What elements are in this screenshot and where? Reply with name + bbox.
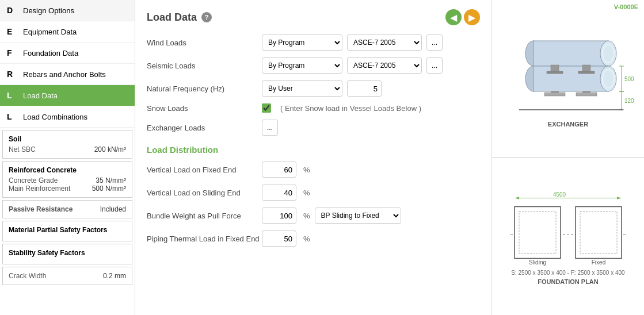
sidebar-letter-D: D bbox=[7, 6, 16, 15]
passive-section: Passive Resistance Included bbox=[2, 200, 132, 218]
foundation-label: FOUNDATION PLAN bbox=[538, 278, 599, 285]
piping-thermal-controls: % bbox=[262, 231, 310, 247]
soil-label: Net SBC bbox=[9, 145, 36, 153]
sidebar-label-rebars: Rebars and Anchor Bolts bbox=[23, 70, 106, 79]
sidebar-label-load-data: Load Data bbox=[23, 91, 58, 100]
right-panel: V-0000E bbox=[491, 0, 644, 315]
seismic-loads-method-select[interactable]: By Program bbox=[262, 57, 342, 74]
svg-rect-11 bbox=[582, 65, 590, 72]
snow-loads-note: ( Enter Snow load in Vessel Loads Below … bbox=[280, 104, 421, 113]
main-title-area: Load Data ? bbox=[147, 11, 212, 24]
vertical-sliding-label: Vertical Load on Sliding End bbox=[147, 189, 262, 197]
soil-title: Soil bbox=[9, 135, 126, 143]
foundation-plan-box: 4500 Sliding Fixed S: 2500 x 3500 x 400 … bbox=[492, 158, 644, 316]
stability-section[interactable]: Stability Safety Factors bbox=[2, 244, 132, 264]
natural-freq-label: Natural Frequency (Hz) bbox=[147, 84, 262, 93]
wind-loads-standard-select[interactable]: ASCE-7 2005 bbox=[347, 34, 422, 51]
svg-rect-9 bbox=[551, 65, 559, 72]
natural-freq-input[interactable] bbox=[347, 80, 382, 97]
sidebar: D Design Options E Equipment Data F Foun… bbox=[0, 0, 135, 315]
natural-freq-method-select[interactable]: By User bbox=[262, 80, 342, 97]
sidebar-label-design: Design Options bbox=[23, 6, 74, 15]
sidebar-item-design[interactable]: D Design Options bbox=[0, 0, 135, 21]
sidebar-item-rebars[interactable]: R Rebars and Anchor Bolts bbox=[0, 64, 135, 85]
svg-rect-33 bbox=[519, 211, 556, 253]
wind-loads-method-select[interactable]: By Program bbox=[262, 34, 342, 51]
main-content: Load Data ? ◀ ▶ Wind Loads By Program AS… bbox=[135, 0, 491, 315]
svg-rect-12 bbox=[578, 71, 595, 74]
piping-thermal-row: Piping Thermal Load in Fixed End % bbox=[147, 231, 480, 247]
passive-value: Included bbox=[100, 205, 126, 213]
exchanger-id: V-0000E bbox=[614, 3, 638, 10]
natural-freq-controls: By User bbox=[262, 80, 382, 97]
snow-loads-checkbox[interactable] bbox=[262, 103, 271, 113]
vertical-fixed-row: Vertical Load on Fixed End % bbox=[147, 162, 480, 178]
seismic-loads-controls: By Program ASCE-7 2005 ... bbox=[262, 57, 443, 74]
concrete-grade-value: 35 N/mm² bbox=[96, 176, 126, 185]
svg-rect-15 bbox=[551, 91, 559, 93]
seismic-loads-settings-button[interactable]: ... bbox=[426, 57, 443, 74]
sidebar-item-equipment[interactable]: E Equipment Data bbox=[0, 21, 135, 43]
exchanger-label: EXCHANGER bbox=[548, 121, 588, 128]
stability-title: Stability Safety Factors bbox=[9, 249, 126, 257]
soil-value: 200 kN/m² bbox=[94, 145, 126, 153]
bundle-weight-input[interactable] bbox=[262, 208, 296, 224]
wind-loads-row: Wind Loads By Program ASCE-7 2005 ... bbox=[147, 34, 480, 51]
sidebar-letter-L2: L bbox=[7, 112, 16, 121]
foundation-size: S: 2500 x 3500 x 400 - F: 2500 x 3500 x … bbox=[511, 270, 624, 276]
bundle-weight-unit: % bbox=[303, 212, 310, 220]
page-title: Load Data bbox=[147, 11, 197, 24]
concrete-row2: Main Reinforcement 500 N/mm² bbox=[9, 185, 126, 193]
sidebar-label-foundation: Foundation Data bbox=[23, 49, 78, 57]
nav-left-button[interactable]: ◀ bbox=[445, 9, 462, 25]
vertical-fixed-unit: % bbox=[303, 166, 310, 174]
sidebar-letter-R: R bbox=[7, 70, 16, 79]
wind-loads-label: Wind Loads bbox=[147, 39, 262, 47]
seismic-loads-standard-select[interactable]: ASCE-7 2005 bbox=[347, 57, 422, 74]
seismic-loads-label: Seismic Loads bbox=[147, 62, 262, 70]
sidebar-letter-L1: L bbox=[7, 91, 16, 100]
svg-rect-35 bbox=[580, 211, 617, 253]
sidebar-item-load-data[interactable]: L Load Data bbox=[0, 85, 135, 106]
load-distribution-heading: Load Distribution bbox=[147, 145, 480, 155]
bundle-weight-label: Bundle Weight as Pull Force bbox=[147, 212, 262, 220]
bundle-weight-direction-select[interactable]: BP Sliding to Fixed bbox=[315, 208, 401, 224]
vertical-fixed-label: Vertical Load on Fixed End bbox=[147, 166, 262, 174]
vertical-sliding-controls: % bbox=[262, 185, 310, 201]
sidebar-item-load-combinations[interactable]: L Load Combinations bbox=[0, 106, 135, 128]
vertical-sliding-unit: % bbox=[303, 189, 310, 197]
bundle-weight-controls: % BP Sliding to Fixed bbox=[262, 208, 401, 224]
svg-text:4500: 4500 bbox=[553, 191, 566, 197]
passive-label: Passive Resistance bbox=[9, 205, 73, 213]
sidebar-label-equipment: Equipment Data bbox=[23, 28, 77, 36]
bundle-weight-row: Bundle Weight as Pull Force % BP Sliding… bbox=[147, 208, 480, 224]
piping-thermal-input[interactable] bbox=[262, 231, 296, 247]
material-section[interactable]: Material Partial Safety Factors bbox=[2, 221, 132, 241]
soil-row: Net SBC 200 kN/m² bbox=[9, 145, 126, 153]
foundation-svg: 4500 Sliding Fixed bbox=[502, 188, 634, 268]
passive-row: Passive Resistance Included bbox=[9, 205, 126, 213]
natural-freq-row: Natural Frequency (Hz) By User bbox=[147, 80, 480, 97]
concrete-section: Reinforced Concrete Concrete Grade 35 N/… bbox=[2, 161, 132, 198]
vertical-sliding-input[interactable] bbox=[262, 185, 296, 201]
concrete-row1: Concrete Grade 35 N/mm² bbox=[9, 176, 126, 185]
vertical-fixed-input[interactable] bbox=[262, 162, 296, 178]
svg-text:Sliding: Sliding bbox=[529, 259, 546, 265]
exchanger-loads-button[interactable]: ... bbox=[262, 120, 278, 136]
snow-loads-label: Snow Loads bbox=[147, 104, 262, 113]
wind-loads-settings-button[interactable]: ... bbox=[426, 34, 443, 51]
svg-rect-2 bbox=[534, 41, 608, 66]
piping-thermal-unit: % bbox=[303, 235, 310, 243]
exchanger-svg: 500 1200 bbox=[502, 29, 634, 118]
crack-section: Crack Width 0.2 mm bbox=[2, 267, 132, 285]
svg-rect-16 bbox=[582, 91, 590, 93]
crack-label: Crack Width bbox=[9, 272, 46, 280]
help-icon[interactable]: ? bbox=[201, 12, 212, 22]
concrete-title: Reinforced Concrete bbox=[9, 166, 126, 174]
sidebar-item-foundation[interactable]: F Foundation Data bbox=[0, 43, 135, 64]
main-header: Load Data ? ◀ ▶ bbox=[147, 9, 480, 25]
exchanger-loads-label: Exchanger Loads bbox=[147, 124, 262, 132]
snow-loads-controls: ( Enter Snow load in Vessel Loads Below … bbox=[262, 103, 421, 113]
sidebar-letter-E: E bbox=[7, 27, 16, 36]
nav-right-button[interactable]: ▶ bbox=[464, 9, 480, 25]
